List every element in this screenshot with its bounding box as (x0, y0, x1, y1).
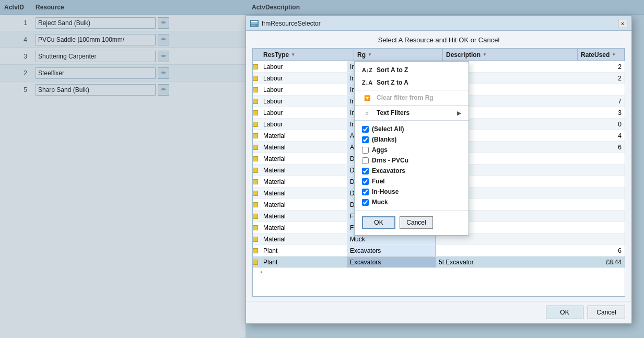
desc-sort-icon: ▼ (483, 52, 487, 57)
row-indicator (253, 179, 260, 184)
text-filters-icon: ≡ (362, 110, 372, 116)
checkbox-input[interactable] (362, 126, 369, 133)
filter-cancel-button[interactable]: Cancel (400, 216, 433, 229)
cell-restype: Material (260, 188, 347, 199)
text-filters-item[interactable]: ≡ Text Filters ▶ (355, 107, 469, 119)
cell-rate: 6 (578, 245, 625, 256)
rg-sort-icon: ▼ (368, 52, 372, 57)
cell-restype: Labour (260, 119, 347, 130)
sort-za-item[interactable]: Z↓A Sort Z to A (355, 76, 469, 89)
cell-rate: 0 (578, 119, 625, 130)
cell-restype: Material (260, 130, 347, 141)
checkbox-label: In-House (372, 188, 399, 195)
col-header-desc[interactable]: Description ▼ (443, 49, 578, 61)
checkbox-item[interactable]: Fuel (362, 176, 461, 187)
grid-header: ResType ▼ Rg ▼ A↓Z Sort A to Z Z↓A (253, 49, 625, 61)
indicator-dot (253, 145, 258, 150)
dialog-ok-button[interactable]: OK (546, 306, 583, 319)
indicator-dot (253, 64, 258, 69)
row-indicator (253, 99, 260, 104)
checkbox-item[interactable]: (Select All) (362, 124, 461, 134)
indicator-spacer (253, 49, 260, 61)
indicator-dot (253, 179, 258, 184)
col-header-rate[interactable]: RateUsed ▼ (578, 49, 625, 61)
dialog-body: ResType ▼ Rg ▼ A↓Z Sort A to Z Z↓A (246, 48, 631, 301)
checkbox-item[interactable]: Muck (362, 197, 461, 207)
checkbox-item[interactable]: In-House (362, 187, 461, 197)
row-indicator (253, 156, 260, 161)
indicator-dot (253, 214, 258, 219)
checkbox-label: Drns - PVCu (372, 157, 408, 164)
checkbox-input[interactable] (362, 178, 369, 185)
row-indicator (253, 248, 260, 253)
dialog-titlebar: frmResourceSelector × (246, 16, 631, 31)
filter-divider-4 (355, 211, 469, 211)
cell-rate (578, 211, 625, 222)
indicator-dot (253, 168, 258, 173)
cell-rate (578, 188, 625, 199)
checkbox-label: (Blanks) (372, 136, 396, 143)
close-button[interactable]: × (618, 19, 627, 28)
col-header-rg[interactable]: Rg ▼ A↓Z Sort A to Z Z↓A Sort Z to A (354, 49, 443, 61)
cell-restype: Material (260, 165, 347, 176)
row-indicator (253, 110, 260, 115)
cell-rate (578, 176, 625, 187)
filter-divider-2 (355, 105, 469, 106)
checkbox-input[interactable] (362, 136, 369, 143)
sort-az-icon: A↓Z (362, 67, 372, 73)
cell-restype: Labour (260, 61, 347, 72)
cell-rate (578, 199, 625, 210)
checkbox-label: Muck (372, 199, 388, 206)
cell-desc: 5t Excavator (436, 257, 578, 267)
cell-rate: 2 (578, 73, 625, 84)
cell-rate: 3 (578, 107, 625, 118)
checkbox-label: Excavators (372, 167, 405, 174)
checkbox-input[interactable] (362, 147, 369, 154)
indicator-dot (253, 87, 258, 92)
row-indicator (253, 133, 260, 138)
sort-az-item[interactable]: A↓Z Sort A to Z (355, 64, 469, 76)
clear-filter-icon: 🔽 (362, 95, 372, 101)
grid-row[interactable]: Plant Excavators 6 (253, 245, 625, 257)
col-header-restype[interactable]: ResType ▼ (260, 49, 354, 61)
row-indicator (253, 122, 260, 127)
row-indicator (253, 145, 260, 150)
dialog-subtitle: Select A Resource and Hit OK or Cancel (246, 31, 631, 48)
checkbox-input[interactable] (362, 189, 369, 195)
checkbox-input[interactable] (362, 157, 369, 164)
svg-rect-2 (251, 23, 257, 24)
checkbox-input[interactable] (362, 199, 369, 206)
row-indicator (253, 64, 260, 69)
sort-za-icon: Z↓A (362, 79, 372, 86)
checkbox-section: (Select All) (Blanks) Aggs Drns - PVCu E… (355, 122, 469, 209)
star-icon: * (260, 270, 263, 277)
grid-row[interactable]: Plant Excavators 5t Excavator £8.44 (253, 257, 625, 268)
indicator-dot (253, 202, 258, 207)
dialog-footer: OK Cancel (246, 301, 631, 323)
indicator-dot (253, 76, 258, 81)
cell-restype: Material (260, 142, 347, 153)
cell-restype: Material (260, 153, 347, 164)
cell-restype: Plant (260, 257, 347, 267)
cell-rate (578, 165, 625, 176)
checkbox-input[interactable] (362, 168, 369, 174)
cell-rate (578, 234, 625, 244)
checkbox-label: Aggs (372, 146, 388, 154)
resource-grid: ResType ▼ Rg ▼ A↓Z Sort A to Z Z↓A (252, 48, 625, 297)
checkbox-item[interactable]: Excavators (362, 166, 461, 176)
checkbox-item[interactable]: (Blanks) (362, 134, 461, 145)
cell-restype: Material (260, 234, 347, 244)
cell-restype: Plant (260, 245, 347, 256)
rate-sort-icon: ▼ (612, 52, 616, 57)
checkbox-item[interactable]: Drns - PVCu (362, 155, 461, 166)
clear-filter-item: 🔽 Clear filter from Rg (355, 91, 469, 104)
row-indicator (253, 168, 260, 173)
dialog-cancel-button[interactable]: Cancel (588, 306, 625, 319)
cell-rg: Excavators (347, 257, 436, 267)
filter-ok-button[interactable]: OK (362, 216, 395, 229)
cell-rate: £8.44 (578, 257, 625, 267)
cell-restype: Material (260, 199, 347, 210)
checkbox-item[interactable]: Aggs (362, 145, 461, 155)
filter-dropdown: A↓Z Sort A to Z Z↓A Sort Z to A 🔽 Clear … (354, 61, 469, 236)
row-indicator (253, 225, 260, 230)
